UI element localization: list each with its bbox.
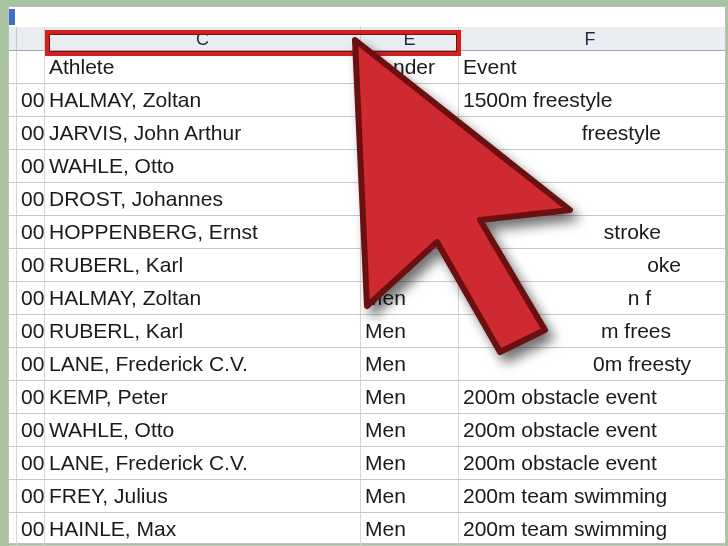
cell-b[interactable]: 00 xyxy=(17,447,45,479)
row-gutter xyxy=(9,282,17,314)
row-gutter xyxy=(9,183,17,215)
cell-event[interactable] xyxy=(459,150,721,182)
cell-event[interactable]: 0m freesty xyxy=(459,348,721,380)
cell-event[interactable]: oke xyxy=(459,249,721,281)
cell-b[interactable]: 00 xyxy=(17,216,45,248)
cell-gender[interactable]: Men xyxy=(361,348,459,380)
cell-athlete-header[interactable]: Athlete xyxy=(45,51,361,83)
cell-athlete[interactable]: LANE, Frederick C.V. xyxy=(45,447,361,479)
cell-gender[interactable]: Men xyxy=(361,414,459,446)
cell-b[interactable]: 00 xyxy=(17,249,45,281)
cell-b[interactable]: 00 xyxy=(17,183,45,215)
cell-gender[interactable]: Men xyxy=(361,249,459,281)
cell-event[interactable]: 200m team swimming xyxy=(459,513,721,545)
cell-b[interactable]: 00 xyxy=(17,414,45,446)
table-row[interactable]: 00 KEMP, Peter Men 200m obstacle event xyxy=(9,381,725,414)
cell-b-header[interactable] xyxy=(17,51,45,83)
table-row[interactable]: 00 LANE, Frederick C.V. Men 0m freesty xyxy=(9,348,725,381)
cell-event[interactable]: n f xyxy=(459,282,721,314)
cell-athlete[interactable]: JARVIS, John Arthur xyxy=(45,117,361,149)
cell-event[interactable]: stroke xyxy=(459,216,721,248)
table-header-row[interactable]: Athlete Gender Event xyxy=(9,51,725,84)
cell-b[interactable]: 00 xyxy=(17,315,45,347)
cell-b[interactable]: 00 xyxy=(17,117,45,149)
cell-athlete[interactable]: HALMAY, Zoltan xyxy=(45,84,361,116)
cell-event[interactable]: 1500m freestyle xyxy=(459,84,721,116)
row-gutter xyxy=(9,381,17,413)
cell-athlete[interactable]: FREY, Julius xyxy=(45,480,361,512)
cell-b[interactable]: 00 xyxy=(17,84,45,116)
cell-athlete[interactable]: HAINLE, Max xyxy=(45,513,361,545)
cell-gender-header[interactable]: Gender xyxy=(361,51,459,83)
row-gutter xyxy=(9,216,17,248)
row-gutter xyxy=(9,480,17,512)
table-row[interactable]: 00 HOPPENBERG, Ernst Men stroke xyxy=(9,216,725,249)
table-row[interactable]: 00 DROST, Johannes Men xyxy=(9,183,725,216)
cell-event[interactable]: 200m obstacle event xyxy=(459,447,721,479)
title-bar-fragment xyxy=(9,9,15,25)
cell-gender[interactable] xyxy=(361,84,459,116)
cell-event[interactable]: m frees xyxy=(459,315,721,347)
row-gutter xyxy=(9,117,17,149)
cell-gender[interactable]: Men xyxy=(361,447,459,479)
cell-event[interactable]: freestyle xyxy=(459,117,721,149)
column-header-C[interactable]: C xyxy=(45,27,361,50)
column-header-B[interactable] xyxy=(17,27,45,50)
column-header-E[interactable]: E xyxy=(361,27,459,50)
spreadsheet-viewport[interactable]: C E F Athlete Gender Event 00 HALMAY, Zo… xyxy=(8,6,726,544)
cell-gender[interactable]: Men xyxy=(361,183,459,215)
cell-event[interactable]: 200m obstacle event xyxy=(459,381,721,413)
cell-b[interactable]: 00 xyxy=(17,513,45,545)
cell-gender[interactable]: Men xyxy=(361,282,459,314)
cell-athlete[interactable]: DROST, Johannes xyxy=(45,183,361,215)
row-gutter xyxy=(9,315,17,347)
table-row[interactable]: 00 HAINLE, Max Men 200m team swimming xyxy=(9,513,725,546)
cell-athlete[interactable]: HOPPENBERG, Ernst xyxy=(45,216,361,248)
row-gutter xyxy=(9,249,17,281)
cell-event[interactable]: 200m obstacle event xyxy=(459,414,721,446)
table-row[interactable]: 00 JARVIS, John Arthur M freestyle xyxy=(9,117,725,150)
column-header-row[interactable]: C E F xyxy=(9,27,725,51)
cell-gender[interactable]: M xyxy=(361,117,459,149)
table-row[interactable]: 00 WAHLE, Otto Men 200m obstacle event xyxy=(9,414,725,447)
cell-athlete[interactable]: RUBERL, Karl xyxy=(45,249,361,281)
cell-gender[interactable]: Men xyxy=(361,480,459,512)
table-row[interactable]: 00 RUBERL, Karl Men m frees xyxy=(9,315,725,348)
row-gutter xyxy=(9,150,17,182)
cell-b[interactable]: 00 xyxy=(17,282,45,314)
cell-b[interactable]: 00 xyxy=(17,480,45,512)
cell-gender[interactable]: Men xyxy=(361,216,459,248)
row-header-gutter xyxy=(9,27,17,50)
table-row[interactable]: 00 RUBERL, Karl Men oke xyxy=(9,249,725,282)
row-gutter xyxy=(9,84,17,116)
cell-b[interactable]: 00 xyxy=(17,348,45,380)
row-gutter xyxy=(9,414,17,446)
cell-athlete[interactable]: HALMAY, Zoltan xyxy=(45,282,361,314)
cell-athlete[interactable]: WAHLE, Otto xyxy=(45,150,361,182)
cell-gender[interactable]: Men xyxy=(361,381,459,413)
table-row[interactable]: 00 FREY, Julius Men 200m team swimming xyxy=(9,480,725,513)
cell-gender[interactable]: Men xyxy=(361,315,459,347)
cell-event[interactable] xyxy=(459,183,721,215)
row-gutter xyxy=(9,447,17,479)
table-row[interactable]: 00 HALMAY, Zoltan 1500m freestyle xyxy=(9,84,725,117)
cell-event-header[interactable]: Event xyxy=(459,51,721,83)
cell-b[interactable]: 00 xyxy=(17,381,45,413)
cell-athlete[interactable]: KEMP, Peter xyxy=(45,381,361,413)
cell-athlete[interactable]: RUBERL, Karl xyxy=(45,315,361,347)
row-gutter xyxy=(9,348,17,380)
cell-gender[interactable]: Men xyxy=(361,513,459,545)
grid-body[interactable]: Athlete Gender Event 00 HALMAY, Zoltan 1… xyxy=(9,51,725,546)
cell-athlete[interactable]: LANE, Frederick C.V. xyxy=(45,348,361,380)
cell-event[interactable]: 200m team swimming xyxy=(459,480,721,512)
cell-gender[interactable]: Me xyxy=(361,150,459,182)
cell-b[interactable]: 00 xyxy=(17,150,45,182)
row-gutter xyxy=(9,513,17,545)
cell-athlete[interactable]: WAHLE, Otto xyxy=(45,414,361,446)
table-row[interactable]: 00 HALMAY, Zoltan Men n f xyxy=(9,282,725,315)
row-gutter xyxy=(9,51,17,83)
table-row[interactable]: 00 LANE, Frederick C.V. Men 200m obstacl… xyxy=(9,447,725,480)
table-row[interactable]: 00 WAHLE, Otto Me xyxy=(9,150,725,183)
column-header-F[interactable]: F xyxy=(459,27,721,50)
